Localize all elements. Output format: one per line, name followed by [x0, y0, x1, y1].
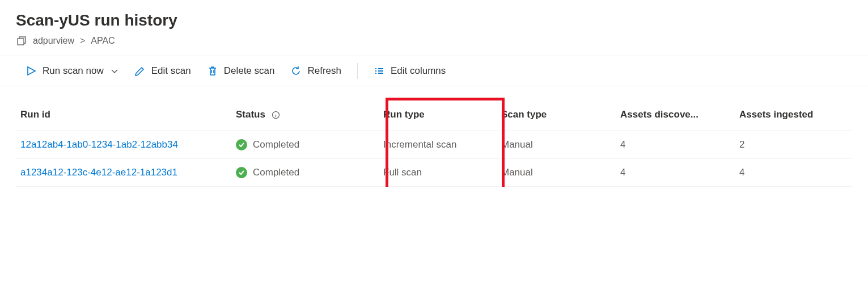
edit-columns-button[interactable]: Edit columns — [374, 65, 446, 77]
edit-columns-label: Edit columns — [391, 65, 446, 77]
svg-rect-0 — [18, 39, 24, 45]
run-scan-button[interactable]: Run scan now — [26, 65, 118, 77]
delete-scan-label: Delete scan — [224, 65, 275, 77]
info-icon[interactable] — [272, 111, 280, 119]
run-id-link[interactable]: a1234a12-123c-4e12-ae12-1a123d1 — [16, 159, 231, 187]
check-circle-icon — [236, 167, 247, 178]
table-row: a1234a12-123c-4e12-ae12-1a123d1 Complete… — [16, 159, 852, 187]
col-header-assets-discovered[interactable]: Assets discove... — [616, 99, 735, 131]
breadcrumb-current: APAC — [91, 36, 115, 46]
refresh-button[interactable]: Refresh — [290, 65, 341, 77]
status-cell: Completed — [231, 131, 379, 159]
scan-type-cell: Manual — [497, 159, 616, 187]
scan-type-cell: Manual — [497, 131, 616, 159]
toolbar: Run scan now Edit scan Delete scan — [0, 56, 868, 86]
breadcrumb: adpurview > APAC — [16, 35, 852, 47]
play-icon — [26, 65, 37, 77]
list-columns-icon — [374, 65, 385, 77]
assets-discovered-cell: 4 — [616, 131, 735, 159]
trash-icon — [207, 65, 218, 77]
run-history-table: Run id Status Run type Scan type Assets … — [16, 99, 852, 187]
col-header-status-label: Status — [236, 109, 265, 120]
breadcrumb-separator: > — [80, 36, 85, 46]
run-type-cell: Full scan — [379, 159, 497, 187]
col-header-run-id[interactable]: Run id — [16, 99, 231, 131]
col-header-run-type[interactable]: Run type — [379, 99, 497, 131]
pencil-icon — [134, 65, 146, 77]
run-scan-label: Run scan now — [43, 65, 104, 77]
table-header-row: Run id Status Run type Scan type Assets … — [16, 99, 852, 131]
page-title: Scan-yUS run history — [16, 11, 852, 30]
run-id-link[interactable]: 12a12ab4-1ab0-1234-1ab2-12abb34 — [16, 131, 231, 159]
status-text: Completed — [253, 139, 299, 150]
status-text: Completed — [253, 167, 299, 178]
col-header-status[interactable]: Status — [231, 99, 379, 131]
col-header-scan-type[interactable]: Scan type — [497, 99, 616, 131]
refresh-icon — [290, 65, 302, 77]
edit-scan-button[interactable]: Edit scan — [134, 65, 191, 77]
assets-ingested-cell: 2 — [735, 131, 852, 159]
status-cell: Completed — [231, 159, 379, 187]
chevron-down-icon — [111, 67, 118, 75]
assets-ingested-cell: 4 — [735, 159, 852, 187]
check-circle-icon — [236, 139, 247, 150]
run-type-cell: Incremental scan — [379, 131, 497, 159]
table-row: 12a12ab4-1ab0-1234-1ab2-12abb34 Complete… — [16, 131, 852, 159]
col-header-assets-ingested[interactable]: Assets ingested — [735, 99, 852, 131]
delete-scan-button[interactable]: Delete scan — [207, 65, 275, 77]
breadcrumb-root[interactable]: adpurview — [33, 36, 74, 46]
edit-scan-label: Edit scan — [151, 65, 191, 77]
assets-discovered-cell: 4 — [616, 159, 735, 187]
refresh-label: Refresh — [307, 65, 341, 77]
toolbar-divider — [357, 63, 358, 79]
copy-stack-icon — [16, 35, 27, 47]
